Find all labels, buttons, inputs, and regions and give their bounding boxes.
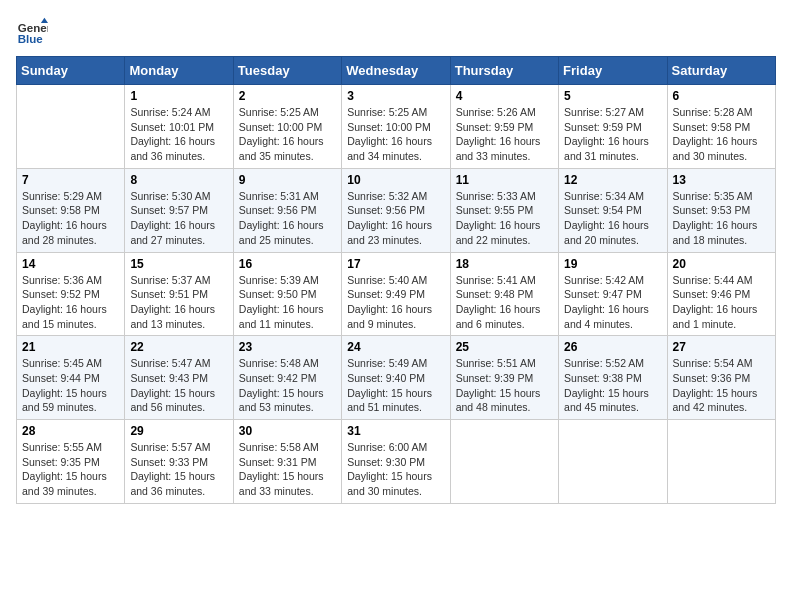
page-header: General Blue — [16, 16, 776, 48]
day-number: 24 — [347, 340, 444, 354]
day-info: Sunrise: 5:40 AM Sunset: 9:49 PM Dayligh… — [347, 273, 444, 332]
day-info: Sunrise: 5:49 AM Sunset: 9:40 PM Dayligh… — [347, 356, 444, 415]
day-info: Sunrise: 5:26 AM Sunset: 9:59 PM Dayligh… — [456, 105, 553, 164]
calendar-cell — [17, 85, 125, 169]
day-info: Sunrise: 5:25 AM Sunset: 10:00 PM Daylig… — [347, 105, 444, 164]
header-wednesday: Wednesday — [342, 57, 450, 85]
calendar-cell: 9Sunrise: 5:31 AM Sunset: 9:56 PM Daylig… — [233, 168, 341, 252]
day-info: Sunrise: 5:57 AM Sunset: 9:33 PM Dayligh… — [130, 440, 227, 499]
day-number: 4 — [456, 89, 553, 103]
day-number: 31 — [347, 424, 444, 438]
day-info: Sunrise: 6:00 AM Sunset: 9:30 PM Dayligh… — [347, 440, 444, 499]
header-tuesday: Tuesday — [233, 57, 341, 85]
week-row-1: 1Sunrise: 5:24 AM Sunset: 10:01 PM Dayli… — [17, 85, 776, 169]
day-info: Sunrise: 5:52 AM Sunset: 9:38 PM Dayligh… — [564, 356, 661, 415]
day-info: Sunrise: 5:35 AM Sunset: 9:53 PM Dayligh… — [673, 189, 770, 248]
day-number: 29 — [130, 424, 227, 438]
calendar-cell: 31Sunrise: 6:00 AM Sunset: 9:30 PM Dayli… — [342, 420, 450, 504]
calendar-cell: 7Sunrise: 5:29 AM Sunset: 9:58 PM Daylig… — [17, 168, 125, 252]
day-info: Sunrise: 5:54 AM Sunset: 9:36 PM Dayligh… — [673, 356, 770, 415]
calendar-body: 1Sunrise: 5:24 AM Sunset: 10:01 PM Dayli… — [17, 85, 776, 504]
calendar-cell: 21Sunrise: 5:45 AM Sunset: 9:44 PM Dayli… — [17, 336, 125, 420]
week-row-5: 28Sunrise: 5:55 AM Sunset: 9:35 PM Dayli… — [17, 420, 776, 504]
day-number: 12 — [564, 173, 661, 187]
day-info: Sunrise: 5:32 AM Sunset: 9:56 PM Dayligh… — [347, 189, 444, 248]
calendar-cell: 6Sunrise: 5:28 AM Sunset: 9:58 PM Daylig… — [667, 85, 775, 169]
calendar-cell: 11Sunrise: 5:33 AM Sunset: 9:55 PM Dayli… — [450, 168, 558, 252]
calendar-cell: 22Sunrise: 5:47 AM Sunset: 9:43 PM Dayli… — [125, 336, 233, 420]
calendar-cell: 15Sunrise: 5:37 AM Sunset: 9:51 PM Dayli… — [125, 252, 233, 336]
calendar-cell: 28Sunrise: 5:55 AM Sunset: 9:35 PM Dayli… — [17, 420, 125, 504]
day-number: 26 — [564, 340, 661, 354]
calendar-table: SundayMondayTuesdayWednesdayThursdayFrid… — [16, 56, 776, 504]
day-info: Sunrise: 5:41 AM Sunset: 9:48 PM Dayligh… — [456, 273, 553, 332]
day-info: Sunrise: 5:31 AM Sunset: 9:56 PM Dayligh… — [239, 189, 336, 248]
calendar-cell: 18Sunrise: 5:41 AM Sunset: 9:48 PM Dayli… — [450, 252, 558, 336]
day-number: 25 — [456, 340, 553, 354]
day-number: 5 — [564, 89, 661, 103]
header-sunday: Sunday — [17, 57, 125, 85]
calendar-cell: 19Sunrise: 5:42 AM Sunset: 9:47 PM Dayli… — [559, 252, 667, 336]
week-row-2: 7Sunrise: 5:29 AM Sunset: 9:58 PM Daylig… — [17, 168, 776, 252]
day-info: Sunrise: 5:29 AM Sunset: 9:58 PM Dayligh… — [22, 189, 119, 248]
day-info: Sunrise: 5:55 AM Sunset: 9:35 PM Dayligh… — [22, 440, 119, 499]
logo-icon: General Blue — [16, 16, 48, 48]
calendar-cell: 10Sunrise: 5:32 AM Sunset: 9:56 PM Dayli… — [342, 168, 450, 252]
calendar-cell: 3Sunrise: 5:25 AM Sunset: 10:00 PM Dayli… — [342, 85, 450, 169]
day-info: Sunrise: 5:36 AM Sunset: 9:52 PM Dayligh… — [22, 273, 119, 332]
calendar-cell: 25Sunrise: 5:51 AM Sunset: 9:39 PM Dayli… — [450, 336, 558, 420]
header-saturday: Saturday — [667, 57, 775, 85]
day-info: Sunrise: 5:25 AM Sunset: 10:00 PM Daylig… — [239, 105, 336, 164]
day-info: Sunrise: 5:48 AM Sunset: 9:42 PM Dayligh… — [239, 356, 336, 415]
svg-marker-2 — [41, 18, 48, 23]
day-info: Sunrise: 5:34 AM Sunset: 9:54 PM Dayligh… — [564, 189, 661, 248]
day-number: 27 — [673, 340, 770, 354]
calendar-cell: 30Sunrise: 5:58 AM Sunset: 9:31 PM Dayli… — [233, 420, 341, 504]
day-info: Sunrise: 5:47 AM Sunset: 9:43 PM Dayligh… — [130, 356, 227, 415]
day-info: Sunrise: 5:30 AM Sunset: 9:57 PM Dayligh… — [130, 189, 227, 248]
day-info: Sunrise: 5:33 AM Sunset: 9:55 PM Dayligh… — [456, 189, 553, 248]
day-number: 23 — [239, 340, 336, 354]
calendar-cell — [667, 420, 775, 504]
day-number: 21 — [22, 340, 119, 354]
day-info: Sunrise: 5:45 AM Sunset: 9:44 PM Dayligh… — [22, 356, 119, 415]
day-number: 19 — [564, 257, 661, 271]
week-row-3: 14Sunrise: 5:36 AM Sunset: 9:52 PM Dayli… — [17, 252, 776, 336]
calendar-cell: 26Sunrise: 5:52 AM Sunset: 9:38 PM Dayli… — [559, 336, 667, 420]
calendar-cell: 14Sunrise: 5:36 AM Sunset: 9:52 PM Dayli… — [17, 252, 125, 336]
day-number: 15 — [130, 257, 227, 271]
header-thursday: Thursday — [450, 57, 558, 85]
svg-text:Blue: Blue — [18, 33, 44, 45]
day-number: 10 — [347, 173, 444, 187]
calendar-cell: 23Sunrise: 5:48 AM Sunset: 9:42 PM Dayli… — [233, 336, 341, 420]
day-info: Sunrise: 5:58 AM Sunset: 9:31 PM Dayligh… — [239, 440, 336, 499]
day-number: 28 — [22, 424, 119, 438]
calendar-cell: 5Sunrise: 5:27 AM Sunset: 9:59 PM Daylig… — [559, 85, 667, 169]
day-number: 6 — [673, 89, 770, 103]
calendar-cell: 13Sunrise: 5:35 AM Sunset: 9:53 PM Dayli… — [667, 168, 775, 252]
day-number: 18 — [456, 257, 553, 271]
calendar-cell — [450, 420, 558, 504]
day-number: 14 — [22, 257, 119, 271]
calendar-cell: 16Sunrise: 5:39 AM Sunset: 9:50 PM Dayli… — [233, 252, 341, 336]
day-info: Sunrise: 5:44 AM Sunset: 9:46 PM Dayligh… — [673, 273, 770, 332]
calendar-cell: 27Sunrise: 5:54 AM Sunset: 9:36 PM Dayli… — [667, 336, 775, 420]
header-row: SundayMondayTuesdayWednesdayThursdayFrid… — [17, 57, 776, 85]
logo: General Blue — [16, 16, 52, 48]
day-info: Sunrise: 5:24 AM Sunset: 10:01 PM Daylig… — [130, 105, 227, 164]
calendar-cell: 4Sunrise: 5:26 AM Sunset: 9:59 PM Daylig… — [450, 85, 558, 169]
week-row-4: 21Sunrise: 5:45 AM Sunset: 9:44 PM Dayli… — [17, 336, 776, 420]
day-info: Sunrise: 5:27 AM Sunset: 9:59 PM Dayligh… — [564, 105, 661, 164]
calendar-cell: 17Sunrise: 5:40 AM Sunset: 9:49 PM Dayli… — [342, 252, 450, 336]
day-info: Sunrise: 5:51 AM Sunset: 9:39 PM Dayligh… — [456, 356, 553, 415]
day-info: Sunrise: 5:28 AM Sunset: 9:58 PM Dayligh… — [673, 105, 770, 164]
header-monday: Monday — [125, 57, 233, 85]
day-number: 13 — [673, 173, 770, 187]
calendar-cell: 8Sunrise: 5:30 AM Sunset: 9:57 PM Daylig… — [125, 168, 233, 252]
day-number: 2 — [239, 89, 336, 103]
calendar-header: SundayMondayTuesdayWednesdayThursdayFrid… — [17, 57, 776, 85]
day-info: Sunrise: 5:42 AM Sunset: 9:47 PM Dayligh… — [564, 273, 661, 332]
day-info: Sunrise: 5:39 AM Sunset: 9:50 PM Dayligh… — [239, 273, 336, 332]
calendar-cell: 2Sunrise: 5:25 AM Sunset: 10:00 PM Dayli… — [233, 85, 341, 169]
day-number: 1 — [130, 89, 227, 103]
